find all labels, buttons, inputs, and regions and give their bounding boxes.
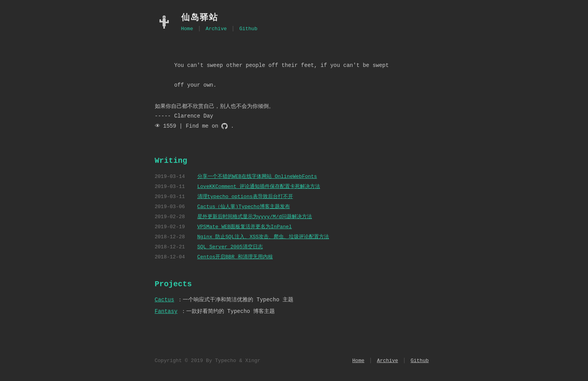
quote-english: You can't sweep other people off their f… bbox=[155, 51, 434, 100]
writing-link[interactable]: 分享一个不错的WEB在线字体网站 OnlineWebFonts bbox=[197, 173, 317, 180]
writing-item: 2019-03-14 分享一个不错的WEB在线字体网站 OnlineWebFon… bbox=[155, 173, 434, 180]
writing-date: 2018-12-04 bbox=[155, 254, 190, 260]
footer: Copyright © 2019 By Typecho & Xingr Home… bbox=[155, 346, 434, 375]
project-link[interactable]: Fantasy bbox=[155, 308, 178, 314]
writing-item: 2019-03-11 清理typecho_options表导致后台打不开 bbox=[155, 193, 434, 200]
nav-sep-1: | bbox=[198, 26, 201, 32]
footer-copyright: Copyright © 2019 By Typecho & Xingr bbox=[155, 358, 261, 364]
projects-title: Projects bbox=[155, 280, 434, 289]
writing-date: 2018-12-28 bbox=[155, 234, 190, 240]
writing-title: Writing bbox=[155, 156, 434, 165]
writing-item: 2018-12-04 Centos开启BBR 和清理无用内核 bbox=[155, 253, 434, 260]
header-right: 仙岛驿站 Home | Archive | Github bbox=[181, 12, 262, 32]
nav-sep-2: | bbox=[231, 26, 235, 32]
svg-point-6 bbox=[163, 15, 166, 19]
footer-archive[interactable]: Archive bbox=[372, 358, 403, 364]
writing-link[interactable]: LoveKKComment 评论通知插件保存配置卡死解决方法 bbox=[197, 183, 320, 190]
writing-item: 2019-03-11 LoveKKComment 评论通知插件保存配置卡死解决方… bbox=[155, 183, 434, 190]
header: 仙岛驿站 Home | Archive | Github bbox=[155, 0, 434, 39]
footer-sep-1: | bbox=[369, 357, 372, 364]
writing-link[interactable]: Cactus（仙人掌)Typecho博客主题发布 bbox=[197, 203, 290, 210]
svg-rect-9 bbox=[163, 17, 165, 18]
writing-link[interactable]: VPSMate WEB面板复活并更名为InPanel bbox=[197, 223, 292, 230]
footer-nav: Home | Archive | Github bbox=[348, 357, 433, 364]
writing-item: 2019-02-28 星外更新后时间格式显示为yyyy/M/d问题解决方法 bbox=[155, 213, 434, 220]
main-nav: Home | Archive | Github bbox=[181, 26, 262, 32]
project-desc: ：一个响应式干净和简洁优雅的 Typecho 主题 bbox=[177, 297, 293, 303]
site-title: 仙岛驿站 bbox=[181, 12, 262, 23]
writing-item: 2019-02-19 VPSMate WEB面板复活并更名为InPanel bbox=[155, 223, 434, 230]
writing-date: 2018-12-21 bbox=[155, 244, 190, 250]
find-me-text: | Find me on bbox=[179, 123, 218, 129]
eye-icon: 👁 bbox=[155, 123, 160, 129]
writing-date: 2019-02-28 bbox=[155, 214, 190, 220]
project-item: Fantasy ：一款好看简约的 Typecho 博客主题 bbox=[155, 308, 434, 315]
project-item: Cactus ：一个响应式干净和简洁优雅的 Typecho 主题 bbox=[155, 296, 434, 303]
github-dot: . bbox=[231, 123, 234, 129]
quote-chinese: 如果你自己都不欣赏自己，别人也不会为你倾倒。 bbox=[155, 103, 434, 110]
writing-link[interactable]: SQL Server 2005清空日志 bbox=[197, 243, 263, 250]
projects-section: Projects Cactus ：一个响应式干净和简洁优雅的 Typecho 主… bbox=[155, 280, 434, 315]
svg-rect-7 bbox=[163, 16, 164, 17]
svg-rect-3 bbox=[159, 19, 161, 22]
writing-link[interactable]: Centos开启BBR 和清理无用内核 bbox=[197, 253, 273, 260]
projects-list: Cactus ：一个响应式干净和简洁优雅的 Typecho 主题 Fantasy… bbox=[155, 296, 434, 315]
writing-item: 2018-12-21 SQL Server 2005清空日志 bbox=[155, 243, 434, 250]
view-count: 1559 bbox=[163, 123, 177, 129]
quote-author: ----- Clarence Day bbox=[155, 113, 434, 119]
writing-item: 2019-03-06 Cactus（仙人掌)Typecho博客主题发布 bbox=[155, 203, 434, 210]
hero-section: You can't sweep other people off their f… bbox=[155, 39, 434, 137]
writing-link[interactable]: 清理typecho_options表导致后台打不开 bbox=[197, 193, 293, 200]
project-desc: ：一款好看简约的 Typecho 博客主题 bbox=[181, 308, 275, 314]
svg-rect-8 bbox=[165, 16, 165, 17]
writing-link[interactable]: 星外更新后时间格式显示为yyyy/M/d问题解决方法 bbox=[197, 213, 312, 220]
writing-list: 2019-03-14 分享一个不错的WEB在线字体网站 OnlineWebFon… bbox=[155, 173, 434, 260]
footer-github[interactable]: Github bbox=[406, 358, 434, 364]
footer-home[interactable]: Home bbox=[348, 358, 369, 364]
site-logo bbox=[155, 12, 173, 31]
github-link-hero[interactable] bbox=[221, 123, 228, 129]
writing-date: 2019-03-06 bbox=[155, 204, 190, 210]
svg-rect-1 bbox=[163, 19, 166, 26]
project-link[interactable]: Cactus bbox=[155, 297, 174, 303]
stats-line: 👁 1559 | Find me on . bbox=[155, 123, 434, 129]
writing-date: 2019-03-11 bbox=[155, 194, 190, 200]
svg-rect-5 bbox=[167, 20, 169, 23]
writing-section: Writing 2019-03-14 分享一个不错的WEB在线字体网站 Onli… bbox=[155, 156, 434, 260]
nav-github[interactable]: Github bbox=[239, 26, 262, 32]
writing-date: 2019-03-11 bbox=[155, 184, 190, 190]
footer-sep-2: | bbox=[403, 357, 406, 364]
nav-archive[interactable]: Archive bbox=[206, 26, 231, 32]
writing-item: 2018-12-28 Nginx 防止SQL注入、XSS攻击、爬虫、垃圾评论配置… bbox=[155, 233, 434, 240]
writing-link[interactable]: Nginx 防止SQL注入、XSS攻击、爬虫、垃圾评论配置方法 bbox=[197, 233, 329, 240]
nav-home[interactable]: Home bbox=[181, 26, 198, 32]
writing-date: 2019-02-19 bbox=[155, 224, 190, 230]
writing-date: 2019-03-14 bbox=[155, 174, 190, 179]
